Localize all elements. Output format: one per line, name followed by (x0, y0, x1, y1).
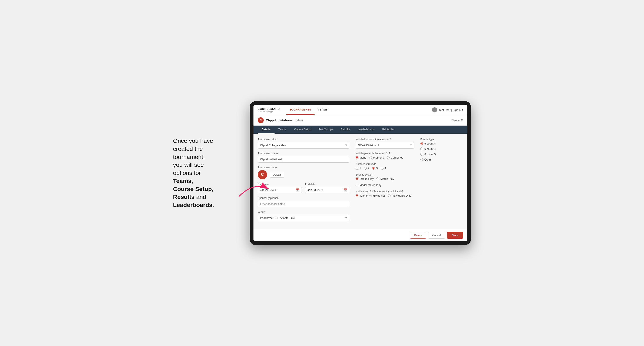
teams-plus-radio[interactable] (356, 194, 358, 197)
format-6count4-radio[interactable] (420, 148, 423, 150)
rounds-4-radio[interactable] (381, 167, 384, 170)
rounds-2-option[interactable]: 2 (364, 167, 369, 170)
back-button[interactable]: C (258, 117, 264, 123)
cancel-top-button[interactable]: Cancel X (452, 119, 463, 122)
format-6count4-option[interactable]: 6 count 4 (420, 147, 463, 151)
teams-individuals-group: Is this event for Teams and/or Individua… (356, 190, 414, 197)
nav-right: Test User | Sign out (432, 107, 463, 112)
nav-tournaments[interactable]: TOURNAMENTS (286, 105, 314, 115)
tab-leaderboards[interactable]: Leaderboards (354, 126, 378, 134)
nav-teams[interactable]: TEAMS (314, 105, 331, 115)
format-6count5-option[interactable]: 6 count 5 (420, 153, 463, 156)
end-date-icon: 📅 (343, 188, 347, 192)
tournament-name-group: Tournament name (258, 152, 349, 163)
tournament-logo-label: Tournament logo (258, 166, 349, 169)
tab-results[interactable]: Results (337, 126, 354, 134)
rounds-1-radio[interactable] (356, 167, 358, 170)
date-row: Start date 📅 End date 📅 (258, 183, 349, 193)
scoring-group: Scoring system Stroke Play Match Play (356, 173, 414, 186)
rounds-radio-group: 1 2 3 4 (356, 167, 414, 170)
top-nav: SCOREBOARD Powered by clippd TOURNAMENTS… (254, 105, 467, 115)
tab-tee-groups[interactable]: Tee Groups (315, 126, 337, 134)
gender-combined-option[interactable]: Combined (387, 156, 403, 159)
logo-subtitle: Powered by clippd (258, 111, 280, 113)
end-date-input[interactable] (308, 188, 343, 191)
instruction-bold-leaderboards: Leaderboards (173, 202, 212, 208)
teams-individuals-label: Is this event for Teams and/or Individua… (356, 190, 414, 193)
left-column: Tournament Host Clippd College - Men Tou… (258, 138, 356, 225)
scoring-medal-option[interactable]: Medal Match Play (356, 183, 382, 186)
scoring-medal-radio[interactable] (356, 184, 358, 186)
format-6count5-radio[interactable] (420, 153, 423, 156)
scoring-match-label: Match Play (380, 177, 394, 180)
rounds-3-label: 3 (376, 167, 378, 170)
start-date-icon: 📅 (296, 188, 300, 192)
individuals-only-radio[interactable] (388, 194, 391, 197)
individuals-only-option[interactable]: Individuals Only (388, 194, 412, 197)
logo-upload-row: C Upload (258, 170, 349, 179)
tablet-screen: SCOREBOARD Powered by clippd TOURNAMENTS… (254, 105, 467, 241)
scoring-stroke-label: Stroke Play (360, 177, 374, 180)
rounds-1-option[interactable]: 1 (356, 167, 361, 170)
tournament-name-input[interactable] (258, 156, 349, 163)
scoring-match-radio[interactable] (376, 177, 379, 180)
gender-radio-group: Mens Womens Combined (356, 156, 414, 159)
rounds-3-option[interactable]: 3 (372, 167, 378, 170)
tournament-logo-group: Tournament logo C Upload (258, 166, 349, 179)
tablet-frame: SCOREBOARD Powered by clippd TOURNAMENTS… (250, 101, 471, 245)
scoring-stroke-option[interactable]: Stroke Play (356, 177, 374, 180)
rounds-group: Number of rounds 1 2 (356, 163, 414, 170)
tab-details[interactable]: Details (258, 126, 274, 134)
user-avatar (432, 107, 437, 112)
rounds-2-radio[interactable] (364, 167, 367, 170)
format-other-option[interactable]: Other (420, 158, 463, 161)
division-group: Which division is the event for? NCAA Di… (356, 138, 414, 149)
gender-womens-radio[interactable] (369, 156, 372, 159)
rounds-label: Number of rounds (356, 163, 414, 166)
format-5count4-label: 5 count 4 (424, 142, 436, 145)
venue-group: Venue Peachtree GC - Atlanta - GA (258, 211, 349, 221)
format-6count5-label: 6 count 5 (424, 153, 436, 156)
nav-links: TOURNAMENTS TEAMS (286, 105, 331, 115)
division-label: Which division is the event for? (356, 138, 414, 141)
rounds-1-label: 1 (360, 167, 361, 170)
scoring-stroke-radio[interactable] (356, 177, 358, 180)
individuals-only-label: Individuals Only (392, 194, 412, 197)
user-label[interactable]: Test User | Sign out (439, 108, 463, 112)
tournament-host-group: Tournament Host Clippd College - Men (258, 138, 349, 149)
dates-group: Start date 📅 End date 📅 (258, 183, 349, 193)
tab-printables[interactable]: Printables (378, 126, 398, 134)
gender-womens-option[interactable]: Womens (369, 156, 384, 159)
bottom-bar: Delete Cancel Save (254, 229, 467, 241)
gender-mens-label: Mens (360, 156, 366, 159)
format-5count4-radio[interactable] (420, 142, 423, 145)
rounds-3-radio[interactable] (372, 167, 375, 170)
venue-select[interactable]: Peachtree GC - Atlanta - GA (258, 215, 349, 221)
format-other-radio[interactable] (420, 158, 423, 161)
logo-preview: C (258, 170, 267, 179)
save-button[interactable]: Save (447, 232, 463, 239)
teams-plus-option[interactable]: Teams (+Individuals) (356, 194, 385, 197)
scoring-label: Scoring system (356, 173, 414, 176)
teams-plus-label: Teams (+Individuals) (360, 194, 385, 197)
delete-button[interactable]: Delete (410, 232, 426, 239)
sponsor-input[interactable] (258, 201, 349, 207)
cancel-button[interactable]: Cancel (428, 232, 445, 239)
upload-button[interactable]: Upload (270, 172, 284, 178)
format-other-label: Other (424, 158, 432, 161)
teams-individuals-radio-group: Teams (+Individuals) Individuals Only (356, 194, 414, 197)
tournament-host-select[interactable]: Clippd College - Men (258, 142, 349, 149)
division-select[interactable]: NCAA Division III (356, 142, 414, 149)
tab-teams[interactable]: Teams (274, 126, 290, 134)
format-5count4-option[interactable]: 5 count 4 (420, 142, 463, 145)
rounds-2-label: 2 (368, 167, 369, 170)
gender-mens-radio[interactable] (356, 156, 358, 159)
breadcrumb-sub: (Men) (296, 119, 303, 122)
rounds-4-option[interactable]: 4 (381, 167, 386, 170)
arrow-icon (237, 179, 271, 198)
gender-combined-radio[interactable] (387, 156, 390, 159)
gender-mens-option[interactable]: Mens (356, 156, 366, 159)
tab-course-setup[interactable]: Course Setup (290, 126, 315, 134)
gender-womens-label: Womens (373, 156, 384, 159)
scoring-match-option[interactable]: Match Play (376, 177, 394, 180)
